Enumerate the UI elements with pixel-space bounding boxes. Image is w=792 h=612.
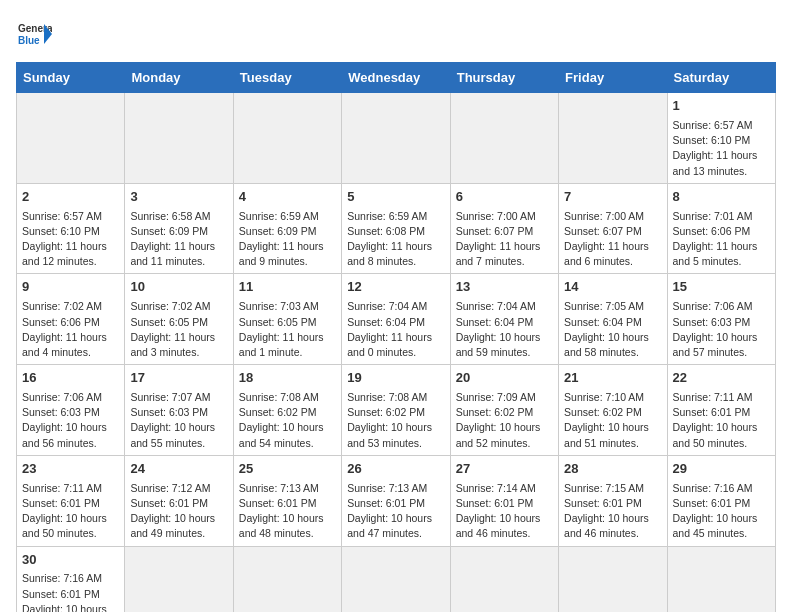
calendar-cell: 22Sunrise: 7:11 AMSunset: 6:01 PMDayligh… — [667, 365, 775, 456]
sunset-text: Sunset: 6:05 PM — [130, 316, 208, 328]
sunset-text: Sunset: 6:09 PM — [239, 225, 317, 237]
daylight-text: Daylight: 10 hours and 45 minutes. — [673, 512, 758, 539]
daylight-text: Daylight: 11 hours and 6 minutes. — [564, 240, 649, 267]
date-number: 15 — [673, 278, 770, 297]
daylight-text: Daylight: 11 hours and 1 minute. — [239, 331, 324, 358]
date-number: 2 — [22, 188, 119, 207]
sunrise-text: Sunrise: 7:03 AM — [239, 300, 319, 312]
calendar-cell: 14Sunrise: 7:05 AMSunset: 6:04 PMDayligh… — [559, 274, 667, 365]
sunrise-text: Sunrise: 6:57 AM — [673, 119, 753, 131]
daylight-text: Daylight: 11 hours and 0 minutes. — [347, 331, 432, 358]
sunrise-text: Sunrise: 7:06 AM — [22, 391, 102, 403]
calendar-cell: 27Sunrise: 7:14 AMSunset: 6:01 PMDayligh… — [450, 455, 558, 546]
calendar-cell: 29Sunrise: 7:16 AMSunset: 6:01 PMDayligh… — [667, 455, 775, 546]
daylight-text: Daylight: 10 hours and 50 minutes. — [673, 421, 758, 448]
calendar-row-1: 2Sunrise: 6:57 AMSunset: 6:10 PMDaylight… — [17, 183, 776, 274]
sunset-text: Sunset: 6:10 PM — [22, 225, 100, 237]
date-number: 1 — [673, 97, 770, 116]
date-number: 8 — [673, 188, 770, 207]
date-number: 4 — [239, 188, 336, 207]
sunset-text: Sunset: 6:07 PM — [456, 225, 534, 237]
sunset-text: Sunset: 6:03 PM — [130, 406, 208, 418]
calendar-cell: 23Sunrise: 7:11 AMSunset: 6:01 PMDayligh… — [17, 455, 125, 546]
sunset-text: Sunset: 6:02 PM — [347, 406, 425, 418]
sunset-text: Sunset: 6:01 PM — [239, 497, 317, 509]
daylight-text: Daylight: 11 hours and 9 minutes. — [239, 240, 324, 267]
sunrise-text: Sunrise: 7:15 AM — [564, 482, 644, 494]
sunrise-text: Sunrise: 6:59 AM — [239, 210, 319, 222]
date-number: 25 — [239, 460, 336, 479]
calendar-row-5: 30Sunrise: 7:16 AMSunset: 6:01 PMDayligh… — [17, 546, 776, 612]
date-number: 11 — [239, 278, 336, 297]
calendar-cell: 28Sunrise: 7:15 AMSunset: 6:01 PMDayligh… — [559, 455, 667, 546]
daylight-text: Daylight: 10 hours and 47 minutes. — [347, 512, 432, 539]
sunrise-text: Sunrise: 6:59 AM — [347, 210, 427, 222]
calendar-cell — [342, 93, 450, 184]
date-number: 30 — [22, 551, 119, 570]
daylight-text: Daylight: 11 hours and 11 minutes. — [130, 240, 215, 267]
sunrise-text: Sunrise: 7:16 AM — [22, 572, 102, 584]
weekday-header-saturday: Saturday — [667, 63, 775, 93]
sunset-text: Sunset: 6:03 PM — [673, 316, 751, 328]
date-number: 16 — [22, 369, 119, 388]
sunrise-text: Sunrise: 7:05 AM — [564, 300, 644, 312]
date-number: 10 — [130, 278, 227, 297]
sunset-text: Sunset: 6:02 PM — [564, 406, 642, 418]
calendar-cell: 6Sunrise: 7:00 AMSunset: 6:07 PMDaylight… — [450, 183, 558, 274]
sunrise-text: Sunrise: 7:08 AM — [239, 391, 319, 403]
sunset-text: Sunset: 6:04 PM — [347, 316, 425, 328]
sunset-text: Sunset: 6:01 PM — [456, 497, 534, 509]
calendar-cell — [667, 546, 775, 612]
daylight-text: Daylight: 10 hours and 57 minutes. — [673, 331, 758, 358]
daylight-text: Daylight: 10 hours and 46 minutes. — [564, 512, 649, 539]
daylight-text: Daylight: 10 hours and 48 minutes. — [239, 512, 324, 539]
date-number: 6 — [456, 188, 553, 207]
calendar-cell: 3Sunrise: 6:58 AMSunset: 6:09 PMDaylight… — [125, 183, 233, 274]
calendar-cell: 9Sunrise: 7:02 AMSunset: 6:06 PMDaylight… — [17, 274, 125, 365]
date-number: 29 — [673, 460, 770, 479]
sunset-text: Sunset: 6:10 PM — [673, 134, 751, 146]
sunset-text: Sunset: 6:01 PM — [564, 497, 642, 509]
calendar-cell: 18Sunrise: 7:08 AMSunset: 6:02 PMDayligh… — [233, 365, 341, 456]
sunrise-text: Sunrise: 6:58 AM — [130, 210, 210, 222]
date-number: 19 — [347, 369, 444, 388]
calendar-cell: 11Sunrise: 7:03 AMSunset: 6:05 PMDayligh… — [233, 274, 341, 365]
calendar-cell — [125, 546, 233, 612]
calendar-cell — [233, 546, 341, 612]
daylight-text: Daylight: 10 hours and 56 minutes. — [22, 421, 107, 448]
calendar-cell — [559, 546, 667, 612]
sunrise-text: Sunrise: 7:16 AM — [673, 482, 753, 494]
sunrise-text: Sunrise: 7:04 AM — [456, 300, 536, 312]
weekday-header-friday: Friday — [559, 63, 667, 93]
sunset-text: Sunset: 6:01 PM — [22, 497, 100, 509]
calendar-cell: 4Sunrise: 6:59 AMSunset: 6:09 PMDaylight… — [233, 183, 341, 274]
calendar-cell: 25Sunrise: 7:13 AMSunset: 6:01 PMDayligh… — [233, 455, 341, 546]
daylight-text: Daylight: 10 hours and 44 minutes. — [22, 603, 107, 612]
date-number: 14 — [564, 278, 661, 297]
weekday-header-monday: Monday — [125, 63, 233, 93]
daylight-text: Daylight: 11 hours and 8 minutes. — [347, 240, 432, 267]
daylight-text: Daylight: 11 hours and 13 minutes. — [673, 149, 758, 176]
calendar-cell: 2Sunrise: 6:57 AMSunset: 6:10 PMDaylight… — [17, 183, 125, 274]
date-number: 12 — [347, 278, 444, 297]
weekday-header-thursday: Thursday — [450, 63, 558, 93]
sunrise-text: Sunrise: 7:07 AM — [130, 391, 210, 403]
sunrise-text: Sunrise: 7:02 AM — [22, 300, 102, 312]
sunset-text: Sunset: 6:01 PM — [673, 497, 751, 509]
calendar-cell — [17, 93, 125, 184]
sunrise-text: Sunrise: 7:06 AM — [673, 300, 753, 312]
calendar-cell: 8Sunrise: 7:01 AMSunset: 6:06 PMDaylight… — [667, 183, 775, 274]
calendar-cell: 20Sunrise: 7:09 AMSunset: 6:02 PMDayligh… — [450, 365, 558, 456]
calendar-cell: 17Sunrise: 7:07 AMSunset: 6:03 PMDayligh… — [125, 365, 233, 456]
date-number: 5 — [347, 188, 444, 207]
date-number: 20 — [456, 369, 553, 388]
calendar-row-3: 16Sunrise: 7:06 AMSunset: 6:03 PMDayligh… — [17, 365, 776, 456]
sunset-text: Sunset: 6:02 PM — [456, 406, 534, 418]
daylight-text: Daylight: 10 hours and 49 minutes. — [130, 512, 215, 539]
calendar-cell — [125, 93, 233, 184]
weekday-header-wednesday: Wednesday — [342, 63, 450, 93]
sunrise-text: Sunrise: 7:08 AM — [347, 391, 427, 403]
sunrise-text: Sunrise: 7:13 AM — [239, 482, 319, 494]
sunset-text: Sunset: 6:05 PM — [239, 316, 317, 328]
date-number: 28 — [564, 460, 661, 479]
